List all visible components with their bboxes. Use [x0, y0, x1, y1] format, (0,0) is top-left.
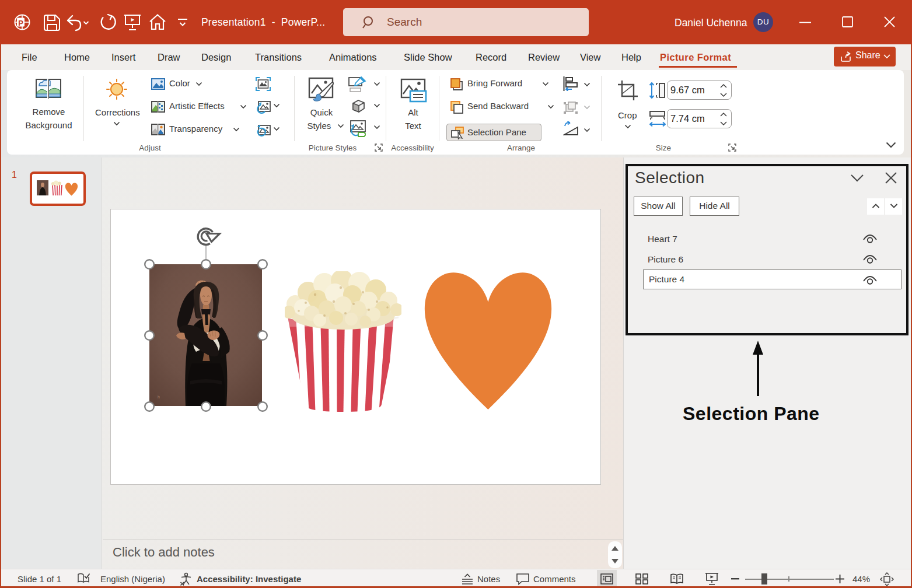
svg-text:P: P: [18, 19, 23, 27]
